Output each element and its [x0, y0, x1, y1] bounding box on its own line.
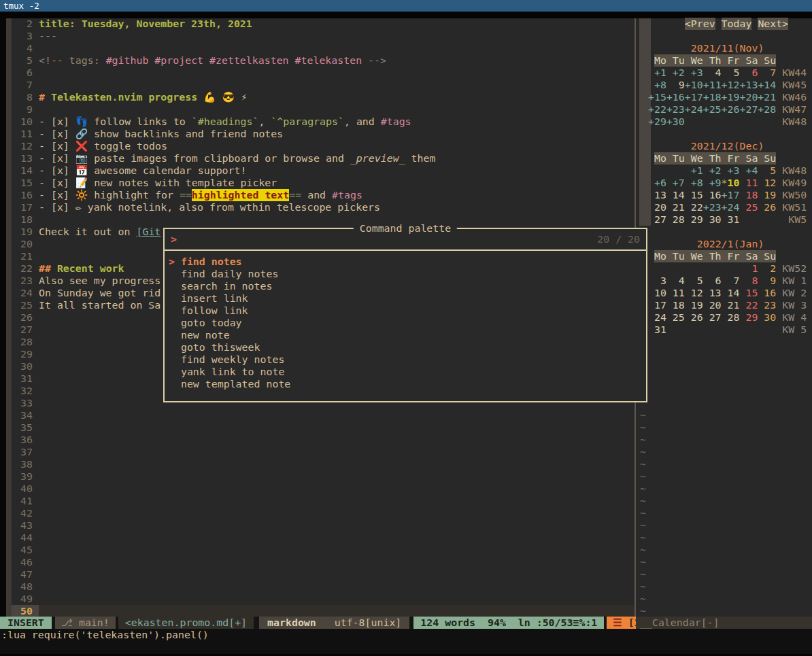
editor-line[interactable]: 38 — [12, 458, 635, 470]
palette-item[interactable]: > find notes — [169, 256, 646, 268]
calendar-day[interactable]: 11 — [745, 177, 758, 189]
calendar-day[interactable]: 5 — [758, 165, 776, 177]
editor-line[interactable]: 13- [x] 📷 paste images from clipboard or… — [12, 152, 635, 165]
editor-line[interactable]: 14- [x] 📅 awesome calendar support! — [12, 165, 635, 177]
palette-item[interactable]: follow link — [169, 305, 646, 317]
calendar-day[interactable]: 31 — [648, 324, 666, 336]
editor-line[interactable]: 40 — [12, 483, 635, 495]
calendar-day[interactable]: 20 21 22 — [648, 201, 703, 213]
calendar-day[interactable]: 16 — [758, 287, 776, 299]
line-number: 18 — [12, 213, 39, 226]
palette-item[interactable]: new templated note — [169, 378, 646, 390]
calendar-day[interactable]: 3 4 5 6 7 — [648, 275, 739, 287]
editor-line[interactable]: 18 — [12, 213, 635, 226]
message-line: -- INSERT -- 1,3 All — [0, 641, 812, 654]
calendar-day[interactable]: +29+30 — [648, 116, 685, 128]
editor-line[interactable]: 17- [x] ✏ yank notelink, also from wthin… — [12, 201, 635, 213]
editor-line[interactable]: 48 — [12, 581, 635, 593]
palette-item[interactable]: goto thisweek — [169, 341, 646, 353]
palette-results[interactable]: > find notes find daily notes search in … — [165, 251, 646, 390]
editor-line[interactable]: 8# Telekasten.nvim progress 💪 😎 ⚡ — [12, 91, 635, 103]
editor-line[interactable]: 37 — [12, 446, 635, 458]
calendar-day[interactable]: +22+23+24+25+26+27+28 — [648, 103, 776, 116]
calendar-day[interactable]: 10 11 12 13 14 — [648, 287, 739, 299]
calendar-day[interactable]: 6 — [739, 67, 758, 79]
calendar-day[interactable]: 22 — [739, 299, 758, 311]
editor-line[interactable]: 39 — [12, 470, 635, 483]
editor-line[interactable]: 44 — [12, 532, 635, 544]
calendar-day[interactable]: +1 +2 +3 — [648, 67, 703, 79]
calendar-day[interactable]: +23+24 — [703, 201, 740, 213]
editor-line[interactable]: 49 — [12, 593, 635, 605]
command-palette[interactable]: Command palette > 20 / 20 > find notes f… — [163, 228, 647, 402]
editor-line[interactable]: 36 — [12, 434, 635, 446]
calendar-day[interactable]: 26 — [758, 201, 776, 213]
editor-line[interactable]: 46 — [12, 556, 635, 568]
command-line[interactable]: :lua require('telekasten').panel() — [0, 629, 812, 641]
calendar-day[interactable]: 9 — [758, 275, 776, 287]
calendar-day[interactable]: 29 — [739, 311, 758, 324]
editor-line[interactable]: 15- [x] 📝 new notes with template picker — [12, 177, 635, 189]
left-scrollbar[interactable] — [6, 18, 12, 617]
editor-line[interactable]: 11- [x] 🔗 show backlinks and friend note… — [12, 128, 635, 140]
calendar-day[interactable]: 19 — [758, 189, 776, 201]
calendar-next-button[interactable]: Next> — [758, 18, 788, 30]
editor-line[interactable]: 5<!-- tags: #github #project #zettelkast… — [12, 54, 635, 67]
text-span: - [x] — [39, 140, 75, 152]
editor-line[interactable]: 2title: Tuesday, November 23th, 2021 — [12, 18, 635, 30]
editor-line[interactable]: 7 — [12, 79, 635, 91]
editor-line[interactable]: 34 — [12, 409, 635, 421]
calendar-day[interactable]: 10 — [728, 177, 740, 189]
editor-line[interactable]: 43 — [12, 519, 635, 532]
calendar-day[interactable]: 15 — [739, 287, 758, 299]
editor-line[interactable]: 10- [x] 👣 follow links to `#headings`, `… — [12, 116, 635, 128]
calendar-day[interactable]: * — [722, 177, 728, 189]
palette-item[interactable]: goto today — [169, 317, 646, 329]
editor-line[interactable]: 45 — [12, 544, 635, 556]
calendar-day[interactable]: 8 — [739, 275, 758, 287]
calendar-week-row: 27 28 29 30 31 KW5 — [648, 213, 807, 226]
calendar-today-button[interactable]: Today — [722, 18, 752, 30]
palette-item[interactable]: new note — [169, 329, 646, 341]
editor-line[interactable]: 3--- — [12, 30, 635, 42]
calendar-day[interactable]: 13 14 15 16 — [648, 189, 722, 201]
editor-line[interactable]: 4 — [12, 42, 635, 54]
calendar-day[interactable]: +15+16+17+18+19+20+21 — [648, 91, 776, 103]
editor-line[interactable]: 6 — [12, 67, 635, 79]
calendar-day[interactable]: 7 — [758, 67, 776, 79]
calendar-day[interactable]: 1 — [739, 262, 758, 275]
text-span: highlight for — [88, 189, 179, 201]
editor-line[interactable]: 35 — [12, 421, 635, 434]
calendar-day[interactable]: 30 — [758, 311, 776, 324]
palette-item[interactable]: find daily notes — [169, 268, 646, 280]
calendar-day[interactable]: 2 — [758, 262, 776, 275]
calendar-day[interactable]: 9 — [666, 79, 685, 91]
editor-line[interactable]: 41 — [12, 495, 635, 507]
palette-item[interactable]: find weekly notes — [169, 353, 646, 366]
editor-line[interactable]: 9 — [12, 103, 635, 116]
calendar-day[interactable]: 27 28 29 30 31 — [648, 213, 739, 226]
calendar-day[interactable]: 24 25 26 27 28 — [648, 311, 739, 324]
calendar-day[interactable]: +1 +2 +3 +4 — [685, 165, 758, 177]
calendar-prev-button[interactable]: <Prev — [685, 18, 715, 30]
calendar-day[interactable]: 4 5 — [703, 67, 740, 79]
calendar-day[interactable]: +10+11+12+13+14 — [685, 79, 776, 91]
editor-line[interactable]: 42 — [12, 507, 635, 519]
calendar-day[interactable]: +8 — [648, 79, 666, 91]
editor-line[interactable]: 16- [x] 🔆 highlight for ==highlighted te… — [12, 189, 635, 201]
editor-line[interactable]: 12- [x] ❌ toggle todos — [12, 140, 635, 152]
calendar-day[interactable]: 18 — [740, 189, 758, 201]
palette-item[interactable]: search in notes — [169, 280, 646, 292]
selection-caret-icon — [169, 292, 181, 305]
palette-item[interactable]: insert link — [169, 292, 646, 305]
calendar-pane[interactable]: <Prev Today Next> 2021/11(Nov) Mo Tu We … — [648, 18, 807, 617]
calendar-day[interactable]: +6 +7 +8 +9 — [648, 177, 722, 189]
palette-item[interactable]: yank link to note — [169, 366, 646, 378]
calendar-day[interactable]: 17 18 19 20 21 — [648, 299, 739, 311]
editor-line[interactable]: 47 — [12, 568, 635, 581]
calendar-day[interactable]: 25 — [739, 201, 758, 213]
calendar-day[interactable]: 12 — [764, 177, 776, 189]
calendar-day[interactable]: +17 — [722, 189, 740, 201]
editor-line[interactable]: 50 — [12, 605, 635, 617]
calendar-day[interactable]: 23 — [758, 299, 776, 311]
